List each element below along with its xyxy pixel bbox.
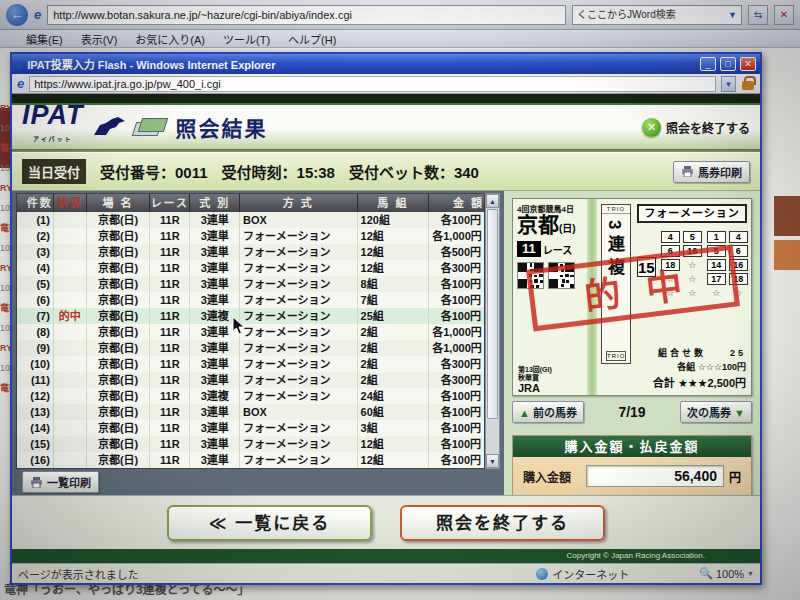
- menu-item[interactable]: お気に入り(A): [135, 31, 205, 47]
- background-address-input[interactable]: http://www.botan.sakura.ne.jp/~hazure/cg…: [47, 5, 566, 25]
- jra-label: JRA: [518, 384, 552, 392]
- address-input[interactable]: https://www.ipat.jra.go.jp/pw_400_i.cgi: [29, 76, 716, 92]
- formation-cell: 6: [661, 245, 680, 257]
- address-dropdown-button[interactable]: ▼: [721, 76, 736, 92]
- status-message: ページが表示されました: [18, 566, 536, 582]
- col-header-type: 式 別: [190, 194, 240, 212]
- address-bar: e https://www.ipat.jra.go.jp/pw_400_i.cg…: [12, 74, 760, 94]
- col-header-place: 場 名: [87, 194, 151, 212]
- purchase-label: 購入金額: [523, 468, 581, 485]
- menu-item[interactable]: ツール(T): [223, 31, 270, 47]
- formation-method: フォーメーション: [637, 204, 747, 223]
- unit-amount: 各組 ☆☆☆100円: [653, 360, 746, 373]
- main-content: 件数 状況 場 名 レース 式 別 方 式 馬 組 金 額 (1): [12, 191, 760, 495]
- prev-ticket-button[interactable]: ▲ 前の馬券: [512, 401, 584, 423]
- chevron-down-icon[interactable]: ▼: [747, 570, 754, 577]
- close-search-button[interactable]: ✕: [774, 5, 794, 25]
- formation-cell: ☆: [661, 273, 680, 285]
- formation-cell: 16: [683, 245, 702, 257]
- list-print-row: 一覧印刷: [16, 469, 502, 495]
- receipt-number: 受付番号：0011: [100, 161, 208, 182]
- summary-title: 購入金額・払戻金額: [513, 436, 751, 457]
- maximize-button[interactable]: □: [720, 57, 736, 71]
- page-title: 照会結果: [176, 112, 268, 142]
- ticket-pager: ▲ 前の馬券 7/19 次の馬券 ▼: [512, 401, 752, 423]
- back-button[interactable]: ←: [6, 4, 28, 26]
- formation-cell: 14: [707, 259, 726, 271]
- end-inquiry-link[interactable]: ✕ 照会を終了する: [642, 118, 750, 137]
- ipat-popup-window: e IPAT投票入力 Flash - Windows Internet Expl…: [10, 52, 762, 585]
- formation-third-column: 145614161718☆☆: [707, 231, 748, 299]
- bets-table: 件数 状況 場 名 レース 式 別 方 式 馬 組 金 額 (1): [16, 193, 485, 469]
- formation-cell: ☆: [729, 287, 748, 299]
- table-row[interactable]: (11) 京都(日) 11R 3連単 フォーメーション 2組 各300円: [17, 372, 484, 388]
- table-row[interactable]: (4) 京都(日) 11R 3連単 フォーメーション 12組 各300円: [17, 260, 484, 276]
- formation-cell: 5: [707, 245, 726, 257]
- table-row[interactable]: (9) 京都(日) 11R 3連単 フォーメーション 2組 各1,000円: [17, 340, 484, 356]
- receipt-info-bar: 当日受付 受付番号：0011 受付時刻：15:38 受付ベット数：340 馬券印…: [12, 153, 760, 191]
- jword-search-input[interactable]: くここからJWord検索 ▼: [572, 5, 742, 25]
- end-inquiry-button[interactable]: 照会を終了する: [400, 505, 605, 541]
- scroll-down-button[interactable]: ▼: [486, 454, 499, 468]
- ticket-stripe: [587, 199, 597, 395]
- horse-logo-icon: [92, 115, 126, 139]
- combinations-count: 組合せ数 25: [653, 346, 746, 359]
- menu-item[interactable]: ヘルプ(H): [288, 31, 336, 47]
- formation-cell: ☆: [707, 287, 726, 299]
- printer-icon: [681, 166, 694, 177]
- next-ticket-button[interactable]: 次の馬券 ▼: [680, 401, 752, 423]
- print-ticket-button[interactable]: 馬券印刷: [673, 161, 750, 183]
- ticket-place: 京都(日): [517, 214, 583, 240]
- table-row[interactable]: (7) 的中 京都(日) 11R 3連複 フォーメーション 25組 各100円: [17, 308, 484, 324]
- close-circle-icon[interactable]: ✕: [642, 118, 661, 137]
- background-image-block: [774, 240, 800, 270]
- window-title-bar[interactable]: e IPAT投票入力 Flash - Windows Internet Expl…: [12, 54, 760, 74]
- formation-cell: ☆: [683, 259, 702, 271]
- table-row[interactable]: (10) 京都(日) 11R 3連単 フォーメーション 2組 各300円: [17, 356, 484, 372]
- table-row[interactable]: (6) 京都(日) 11R 3連単 フォーメーション 7組 各100円: [17, 292, 484, 308]
- background-url-bar: ← e http://www.botan.sakura.ne.jp/~hazur…: [0, 0, 800, 30]
- background-menu-bar: 編集(E)表示(V)お気に入り(A)ツール(T)ヘルプ(H): [0, 30, 800, 48]
- formation-cell: 5: [683, 231, 702, 243]
- menu-item[interactable]: 表示(V): [81, 31, 118, 47]
- table-row[interactable]: (8) 京都(日) 11R 3連単 フォーメーション 2組 各1,000円: [17, 324, 484, 340]
- background-image-block: [774, 196, 800, 236]
- ie-icon: e: [34, 7, 41, 22]
- formation-cell: 18: [729, 273, 748, 285]
- qr-code-icon: [517, 262, 544, 289]
- table-row[interactable]: (14) 京都(日) 11R 3連単 フォーメーション 3組 各100円: [17, 420, 484, 436]
- close-button[interactable]: ✕: [740, 57, 756, 71]
- betting-ticket-icon: [134, 116, 168, 138]
- table-row[interactable]: (13) 京都(日) 11R 3連単 BOX 60組 各100円: [17, 404, 484, 420]
- total-amount: 合計 ★★★2,500円: [653, 374, 746, 390]
- magnifier-icon: 🔍: [699, 567, 713, 580]
- race-label: レース: [543, 242, 573, 257]
- chevron-down-icon[interactable]: ▼: [728, 6, 737, 24]
- table-row[interactable]: (15) 京都(日) 11R 3連単 フォーメーション 12組 各100円: [17, 436, 484, 452]
- ticket-page-indicator: 7/19: [584, 404, 680, 420]
- table-row[interactable]: (1) 京都(日) 11R 3連単 BOX 120組 各100円: [17, 212, 484, 228]
- table-header-row: 件数 状況 場 名 レース 式 別 方 式 馬 組 金 額: [17, 194, 484, 212]
- scroll-up-button[interactable]: ▲: [486, 194, 499, 208]
- table-scrollbar[interactable]: ▲ ▼: [485, 193, 500, 469]
- col-header-method: 方 式: [240, 194, 358, 212]
- table-row[interactable]: (16) 京都(日) 11R 3連単 フォーメーション 12組 各100円: [17, 452, 484, 468]
- print-list-button[interactable]: 一覧印刷: [22, 471, 99, 493]
- col-header-status: 状況: [54, 194, 87, 212]
- bet-type-box: TRIO 3連複 TRIO: [601, 204, 631, 364]
- table-row[interactable]: (5) 京都(日) 11R 3連単 フォーメーション 8組 各100円: [17, 276, 484, 292]
- copyright-bar: Copyright © Japan Racing Association.: [12, 549, 760, 563]
- table-row[interactable]: (12) 京都(日) 11R 3連複 フォーメーション 24組 各100円: [17, 388, 484, 404]
- table-row[interactable]: (3) 京都(日) 11R 3連単 フォーメーション 12組 各500円: [17, 244, 484, 260]
- zoom-control[interactable]: 🔍 100% ▼: [699, 567, 754, 580]
- window-title: IPAT投票入力 Flash - Windows Internet Explor…: [27, 56, 696, 72]
- minimize-button[interactable]: _: [700, 57, 716, 71]
- menu-item[interactable]: 編集(E): [26, 31, 63, 47]
- back-to-list-button[interactable]: ≪ 一覧に戻る: [167, 505, 372, 541]
- table-row[interactable]: (2) 京都(日) 11R 3連単 フォーメーション 12組 各1,000円: [17, 228, 484, 244]
- globe-icon: [536, 568, 548, 580]
- receipt-bet-count: 受付ベット数：340: [349, 161, 479, 182]
- scrollbar-thumb[interactable]: [487, 209, 498, 419]
- ssl-lock-icon: [741, 76, 755, 91]
- search-go-button[interactable]: ⇆: [748, 5, 768, 25]
